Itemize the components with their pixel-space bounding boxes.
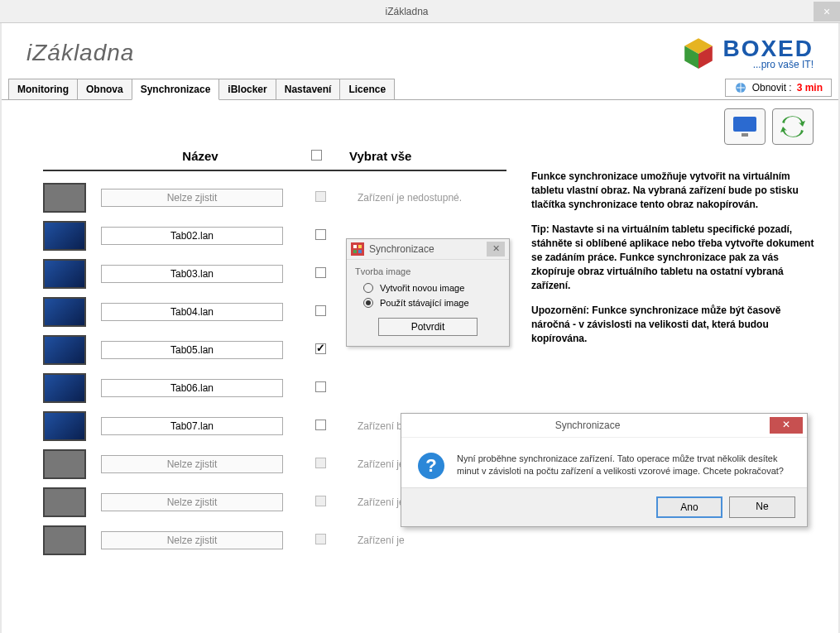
toolbar: [2, 100, 838, 145]
tab-licence[interactable]: Licence: [339, 79, 395, 99]
device-status: Zařízení bu: [341, 420, 408, 432]
list-header: Název Vybrat vše: [43, 145, 506, 171]
device-thumbnail[interactable]: [43, 297, 86, 327]
confirm-yes-button[interactable]: Ano: [656, 496, 722, 518]
device-checkbox[interactable]: [315, 343, 326, 354]
tabs-row: MonitoringObnovaSynchronizaceiBlockerNas…: [2, 79, 838, 100]
sync-arrows-icon: [780, 115, 806, 138]
cube-icon: [681, 36, 716, 70]
confirm-popup: Synchronizace ✕ ? Nyní proběhne synchron…: [401, 413, 808, 527]
globe-refresh-icon: [734, 81, 747, 94]
app-small-icon: [351, 242, 364, 256]
device-status: Zařízení je nedostupné.: [341, 192, 462, 204]
device-thumbnail[interactable]: [43, 411, 86, 441]
radio-icon: [363, 298, 373, 308]
device-thumbnail[interactable]: [43, 259, 86, 289]
device-checkbox: [315, 191, 326, 202]
device-status: Zařízení je: [341, 535, 405, 546]
device-name-field[interactable]: Tab04.lan: [101, 303, 283, 321]
image-popup-title: Synchronizace: [369, 243, 487, 255]
device-name-field: Nelze zjistit: [101, 531, 283, 549]
device-status: Zařízení je: [341, 496, 405, 508]
device-name-field[interactable]: Tab03.lan: [101, 265, 283, 283]
tab-iblocker[interactable]: iBlocker: [218, 79, 276, 99]
device-name-field[interactable]: Tab06.lan: [101, 379, 283, 397]
window-close-button[interactable]: ×: [814, 2, 840, 22]
device-checkbox[interactable]: [315, 267, 326, 278]
device-thumbnail[interactable]: [43, 449, 86, 479]
monitor-icon: [732, 115, 758, 138]
info-p2: Tip: Nastavte si na virtuálním tabletu s…: [531, 223, 814, 290]
image-group-label: Tvorba image: [355, 266, 501, 276]
radio-existing-label: Použít stávající image: [380, 298, 469, 308]
device-row: Nelze zjistitZařízení je nedostupné.: [43, 183, 506, 213]
tab-nastavení[interactable]: Nastavení: [276, 79, 341, 99]
device-checkbox[interactable]: [315, 420, 326, 430]
refresh-box[interactable]: Obnovit : 3 min: [725, 79, 832, 97]
monitor-button[interactable]: [724, 108, 766, 145]
confirm-popup-close[interactable]: ✕: [770, 417, 803, 434]
sync-button[interactable]: [772, 108, 814, 145]
tab-monitoring[interactable]: Monitoring: [8, 79, 78, 99]
svg-rect-7: [353, 245, 357, 248]
refresh-value: 3 min: [797, 82, 823, 94]
header-select-all: Vybrat vše: [333, 149, 411, 163]
image-popup: Synchronizace ✕ Tvorba image Vytvořit no…: [346, 238, 510, 347]
radio-create-label: Vytvořit novou image: [380, 283, 464, 293]
image-popup-close[interactable]: ✕: [487, 242, 505, 257]
device-thumbnail[interactable]: [43, 373, 86, 403]
device-thumbnail[interactable]: [43, 487, 86, 517]
svg-rect-5: [742, 133, 748, 137]
device-checkbox: [315, 458, 326, 468]
device-thumbnail[interactable]: [43, 183, 86, 213]
device-checkbox[interactable]: [315, 381, 326, 392]
device-status: Zařízení je: [341, 458, 405, 470]
radio-icon: [363, 283, 373, 293]
app-logo-left: iZákladna: [26, 40, 681, 66]
svg-rect-6: [351, 242, 364, 256]
tab-synchronizace[interactable]: Synchronizace: [132, 79, 220, 100]
header-name: Název: [101, 149, 300, 163]
device-row: Nelze zjistitZařízení je: [43, 525, 506, 555]
device-name-field[interactable]: Tab05.lan: [101, 341, 283, 359]
image-confirm-button[interactable]: Potvrdit: [378, 318, 478, 336]
device-name-field[interactable]: Tab07.lan: [101, 417, 283, 435]
device-thumbnail[interactable]: [43, 221, 86, 251]
device-thumbnail[interactable]: [43, 525, 86, 555]
svg-rect-10: [358, 250, 362, 253]
device-row: Tab06.lan: [43, 373, 506, 403]
window-title: iZákladna: [0, 6, 814, 17]
select-all-checkbox[interactable]: [311, 150, 322, 161]
confirm-popup-title: Synchronizace: [406, 420, 770, 431]
svg-rect-4: [733, 117, 756, 132]
device-checkbox[interactable]: [315, 229, 326, 240]
radio-use-existing[interactable]: Použít stávající image: [363, 298, 501, 308]
device-name-field: Nelze zjistit: [101, 189, 283, 207]
question-icon: ?: [418, 453, 444, 479]
device-checkbox[interactable]: [315, 305, 326, 316]
confirm-no-button[interactable]: Ne: [729, 496, 795, 518]
info-p3: Upozornění: Funkce synchronizace může bý…: [531, 305, 780, 344]
svg-rect-9: [353, 250, 357, 253]
app-header: iZákladna BOXED ...pro vaše IT!: [2, 23, 838, 79]
confirm-message: Nyní proběhne synchronizace zařízení. Ta…: [457, 453, 790, 479]
device-checkbox: [315, 534, 326, 544]
device-name-field: Nelze zjistit: [101, 455, 283, 473]
window-titlebar: iZákladna ×: [0, 0, 840, 23]
app-logo-right: BOXED ...pro vaše IT!: [681, 36, 814, 70]
device-name-field[interactable]: Tab02.lan: [101, 227, 283, 245]
radio-create-new[interactable]: Vytvořit novou image: [363, 283, 501, 293]
device-name-field: Nelze zjistit: [101, 493, 283, 511]
device-checkbox: [315, 496, 326, 506]
info-p1: Funkce synchronizace umožňuje vytvořit n…: [531, 170, 799, 210]
svg-rect-8: [358, 245, 362, 248]
device-thumbnail[interactable]: [43, 335, 86, 365]
tab-obnova[interactable]: Obnova: [77, 79, 132, 99]
refresh-label: Obnovit :: [752, 82, 792, 94]
